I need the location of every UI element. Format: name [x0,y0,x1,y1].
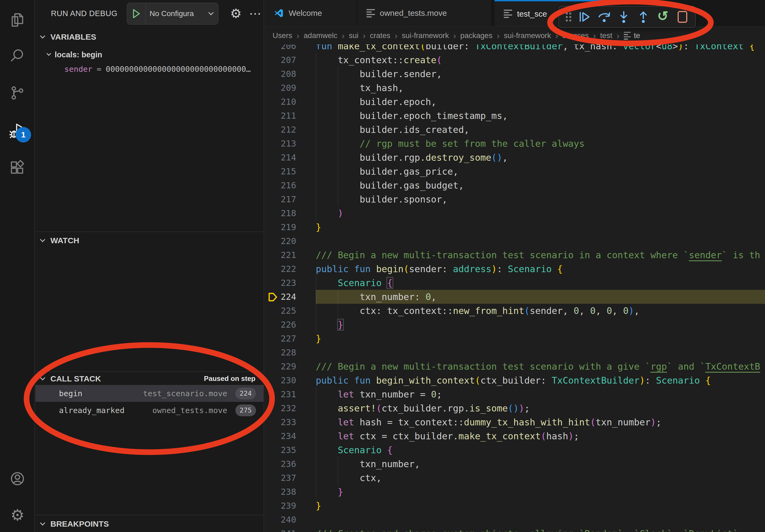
debug-settings-gear-icon[interactable]: ⚙ [226,0,246,27]
line-number[interactable]: 234 [265,429,296,443]
line-number[interactable]: 241 [265,527,296,532]
line-number[interactable]: 210 [265,95,296,109]
code-line[interactable]: 235 Scenario { [265,443,765,457]
tab-owned-tests[interactable]: owned_tests.move [357,0,492,26]
code-line[interactable]: 234 let ctx = ctx_builder.make_tx_contex… [265,429,765,443]
code-line[interactable]: 240 [265,513,765,527]
code-line[interactable]: 210 builder.epoch, [265,95,765,109]
line-number[interactable]: 239 [265,499,296,513]
line-number[interactable]: 223 [265,276,296,290]
code-line[interactable]: 211 builder.epoch_timestamp_ms, [265,109,765,123]
line-number[interactable]: 227 [265,332,296,346]
line-number[interactable]: 208 [265,67,296,81]
code-line[interactable]: 218 ) [265,206,765,220]
code-line[interactable]: 232 assert!(ctx_builder.rgp.is_some()); [265,401,765,415]
search-icon[interactable] [0,41,35,70]
launch-configuration-dropdown[interactable]: No Configura [127,3,219,25]
line-number[interactable]: 218 [265,206,296,220]
code-line[interactable]: 223 Scenario { [265,276,765,290]
code-line[interactable]: 225 ctx: tx_context::new_from_hint(sende… [265,304,765,318]
stack-frame-row[interactable]: begin test_scenario.move 224 [35,385,264,402]
step-over-button[interactable] [596,8,613,26]
more-actions-icon[interactable]: ⋯ [246,0,265,27]
line-number[interactable]: 213 [265,136,296,150]
step-into-button[interactable] [615,8,633,26]
variable-row[interactable]: sender = 000000000000000000000000000000… [35,62,264,76]
code-line[interactable]: 209 tx_hash, [265,81,765,95]
line-number[interactable]: 233 [265,415,296,429]
line-number[interactable]: 207 [265,53,296,67]
settings-gear-icon[interactable]: ⚙ [0,500,35,530]
extensions-icon[interactable] [0,153,35,183]
run-and-debug-icon[interactable]: 1 [0,116,35,145]
line-number[interactable]: 226 [265,318,296,332]
line-number[interactable]: 238 [265,485,296,499]
step-out-button[interactable] [634,8,652,26]
continue-button[interactable] [576,8,593,26]
code-line[interactable]: 227} [265,332,765,346]
variables-scope-row[interactable]: locals: begin [35,48,264,62]
chevron-down-icon [47,51,51,56]
tab-welcome[interactable]: Welcome [265,0,357,26]
code-line[interactable]: 237 ctx, [265,471,765,485]
code-line[interactable]: 239} [265,499,765,513]
code-line[interactable]: 214 builder.rgp.destroy_some(), [265,150,765,164]
line-number[interactable]: 215 [265,164,296,178]
start-debugging-icon[interactable] [127,3,146,24]
line-number[interactable]: 211 [265,109,296,123]
code-line[interactable]: 228 [265,346,765,360]
code-line[interactable]: 229/// Begin a new multi-transaction tes… [265,360,765,374]
line-number[interactable]: 225 [265,304,296,318]
line-number[interactable]: 229 [265,360,296,374]
line-number[interactable]: 231 [265,387,296,401]
code-line[interactable]: 231 let txn_number = 0; [265,387,765,401]
drag-handle-icon[interactable] [566,13,571,21]
code-line[interactable]: 222public fun begin(sender: address): Sc… [265,262,765,276]
code-line[interactable]: 220 [265,234,765,248]
code-line[interactable]: 233 let hash = tx_context::dummy_tx_hash… [265,415,765,429]
code-line[interactable]: 217 builder.sponsor, [265,192,765,206]
code-line[interactable]: 230public fun begin_with_context(ctx_bui… [265,374,765,387]
line-number[interactable]: 212 [265,123,296,136]
line-number[interactable]: 221 [265,248,296,262]
code-line[interactable]: 207 tx_context::create( [265,53,765,67]
line-number[interactable]: 235 [265,443,296,457]
line-number[interactable]: 216 [265,178,296,192]
code-line[interactable]: 208 builder.sender, [265,67,765,81]
code-line[interactable]: 213 // rgp must be set from the caller a… [265,136,765,150]
code-line[interactable]: 236 txn_number, [265,457,765,471]
line-number[interactable]: 220 [265,234,296,248]
line-number[interactable]: 237 [265,471,296,485]
call-stack-section-header[interactable]: CALL STACK Paused on step [35,372,264,385]
code-line[interactable]: 224 txn_number: 0, [265,290,765,304]
line-number[interactable]: 222 [265,262,296,276]
breakpoints-section-header[interactable]: BREAKPOINTS [35,516,264,531]
accounts-icon[interactable] [0,464,35,493]
code-line[interactable]: 212 builder.ids_created, [265,123,765,136]
code-line[interactable]: 238 } [265,485,765,499]
line-number[interactable]: 232 [265,401,296,415]
stack-frame-row[interactable]: already_marked owned_tests.move 275 [35,402,264,419]
line-number[interactable]: 217 [265,192,296,206]
line-number[interactable]: 228 [265,346,296,360]
restart-button[interactable]: ↺ [654,8,671,26]
code-line[interactable]: 241/// Creates and shares system objects… [265,527,765,532]
code-line[interactable]: 226 } [265,318,765,332]
stop-button[interactable] [674,8,691,26]
code-line[interactable]: 215 builder.gas_price, [265,164,765,178]
line-number[interactable]: 224 [265,290,296,304]
variables-section-header[interactable]: VARIABLES [35,30,264,44]
explorer-icon[interactable] [0,5,35,35]
watch-section-header[interactable]: WATCH [35,234,264,247]
line-number[interactable]: 230 [265,374,296,387]
code-line[interactable]: 216 builder.gas_budget, [265,178,765,192]
source-control-icon[interactable] [0,78,35,108]
code-line[interactable]: 221/// Begin a new multi-transaction tes… [265,248,765,262]
line-number[interactable]: 219 [265,220,296,234]
line-number[interactable]: 236 [265,457,296,471]
line-number[interactable]: 240 [265,513,296,527]
code-line[interactable]: 219} [265,220,765,234]
line-number[interactable]: 209 [265,81,296,95]
line-number[interactable]: 214 [265,150,296,164]
breadcrumb[interactable]: Users› adamwelc› sui› crates› sui-framew… [265,27,765,45]
